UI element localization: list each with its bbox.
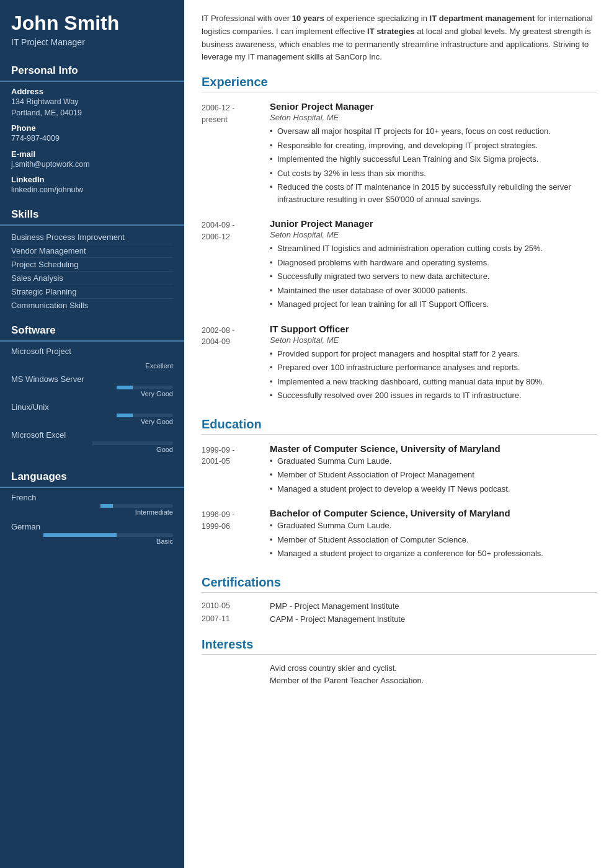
software-content: Microsoft Project Excellent MS Windows S… xyxy=(0,347,184,453)
address-value: 134 Rightward WayPortland, ME, 04019 xyxy=(11,97,173,118)
email-value: j.smith@uptowork.com xyxy=(11,159,173,170)
software-name: MS Windows Server xyxy=(11,374,173,384)
linkedin-label: LinkedIn xyxy=(11,175,173,184)
bar-label: Very Good xyxy=(11,390,173,397)
lang-bar xyxy=(11,533,173,537)
job-title: IT Support Officer xyxy=(270,324,597,334)
bar-label: Excellent xyxy=(11,362,173,370)
address-field: Address 134 Rightward WayPortland, ME, 0… xyxy=(11,87,173,118)
candidate-title: IT Project Manager xyxy=(11,37,173,47)
education-entry: 1996-09 -1999-06 Bachelor of Computer Sc… xyxy=(202,508,597,562)
phone-label: Phone xyxy=(11,123,173,133)
interest-item: Avid cross country skier and cyclist. xyxy=(202,663,597,673)
education-heading: Education xyxy=(202,417,597,435)
experience-entry: 2004-09 -2006-12 Junior Project Manager … xyxy=(202,218,597,312)
cert-date: 2007-11 xyxy=(202,614,270,624)
interests-section: Interests Avid cross country skier and c… xyxy=(202,637,597,685)
entry-content: Bachelor of Computer Science, University… xyxy=(270,508,597,562)
software-microsoft-project: Microsoft Project Excellent xyxy=(11,347,173,370)
bullet-item: Successfully resolved over 200 issues in… xyxy=(270,389,597,402)
software-section: Software Microsoft Project Excellent MS … xyxy=(0,318,184,464)
lang-name: French xyxy=(11,493,173,502)
phone-value: 774-987-4009 xyxy=(11,133,173,144)
skills-section: Skills Business Process Improvement Vend… xyxy=(0,202,184,318)
bullet-item: Graduated Summa Cum Laude. xyxy=(270,455,597,467)
software-name: Microsoft Excel xyxy=(11,430,173,440)
entry-bullets: Graduated Summa Cum Laude. Member of Stu… xyxy=(270,520,597,560)
education-entry: 1999-09 -2001-05 Master of Computer Scie… xyxy=(202,443,597,497)
bullet-item: Diagnosed problems with hardware and ope… xyxy=(270,257,597,269)
degree-title: Bachelor of Computer Science, University… xyxy=(270,508,597,518)
linkedin-value: linkedin.com/johnutw xyxy=(11,185,173,196)
bullet-item: Graduated Summa Cum Laude. xyxy=(270,520,597,532)
cert-entry: 2007-11 CAPM - Project Management Instit… xyxy=(202,614,597,624)
entry-company: Seton Hospital, ME xyxy=(270,335,597,345)
lang-level: Basic xyxy=(11,538,173,545)
email-label: E-mail xyxy=(11,149,173,159)
bar-label: Very Good xyxy=(11,418,173,425)
address-label: Address xyxy=(11,87,173,96)
languages-content: French Intermediate German Basic xyxy=(0,493,184,545)
bullet-item: Implemented a new tracking dashboard, cu… xyxy=(270,376,597,388)
software-linux-unix: Linux/Unix Very Good xyxy=(11,402,173,425)
skills-content: Business Process Improvement Vendor Mana… xyxy=(0,231,184,312)
entry-date: 2002-08 -2004-09 xyxy=(202,324,270,404)
degree-title: Master of Computer Science, University o… xyxy=(270,443,597,454)
bullet-item: Managed a student project to develop a w… xyxy=(270,483,597,495)
skill-bar xyxy=(11,441,173,445)
bullet-item: Successfully migrated two servers to new… xyxy=(270,270,597,283)
bullet-item: Managed a student project to organize a … xyxy=(270,547,597,560)
bullet-item: Responsible for creating, improving, and… xyxy=(270,140,597,152)
sidebar-header: John Smith IT Project Manager xyxy=(0,0,184,58)
skill-item: Vendor Management xyxy=(11,244,173,258)
language-french: French Intermediate xyxy=(11,493,173,516)
language-german: German Basic xyxy=(11,522,173,545)
skill-bar xyxy=(11,386,173,389)
bullet-item: Reduced the costs of IT maintenance in 2… xyxy=(270,181,597,205)
languages-section: Languages French Intermediate German xyxy=(0,464,184,557)
personal-info-content: Address 134 Rightward WayPortland, ME, 0… xyxy=(0,87,184,196)
entry-date: 2004-09 -2006-12 xyxy=(202,218,270,312)
entry-date: 1999-09 -2001-05 xyxy=(202,443,270,497)
skill-item: Communication Skills xyxy=(11,299,173,312)
main-content: IT Professional with over 10 years of ex… xyxy=(184,0,614,868)
software-name: Microsoft Project xyxy=(11,347,173,356)
skill-bar xyxy=(11,358,173,361)
experience-section: Experience 2006-12 -present Senior Proje… xyxy=(202,75,597,404)
entry-bullets: Provided support for project managers an… xyxy=(270,348,597,402)
bullet-item: Provided support for project managers an… xyxy=(270,348,597,360)
cert-date: 2010-05 xyxy=(202,601,270,611)
entry-date: 2006-12 -present xyxy=(202,101,270,207)
personal-info-heading: Personal Info xyxy=(0,58,184,82)
entry-content: Master of Computer Science, University o… xyxy=(270,443,597,497)
bullet-item: Prepared over 100 infrastructure perform… xyxy=(270,361,597,374)
lang-level: Intermediate xyxy=(11,508,173,516)
entry-date: 1996-09 -1999-06 xyxy=(202,508,270,562)
software-microsoft-excel: Microsoft Excel Good xyxy=(11,430,173,453)
bullet-item: Cut costs by 32% in less than six months… xyxy=(270,167,597,180)
cert-entry: 2010-05 PMP - Project Management Institu… xyxy=(202,601,597,611)
skills-heading: Skills xyxy=(0,202,184,226)
software-ms-windows: MS Windows Server Very Good xyxy=(11,374,173,397)
skill-item: Strategic Planning xyxy=(11,285,173,299)
linkedin-field: LinkedIn linkedin.com/johnutw xyxy=(11,175,173,196)
bar-filled xyxy=(11,358,173,361)
entry-company: Seton Hospital, ME xyxy=(270,230,597,239)
experience-entry: 2006-12 -present Senior Project Manager … xyxy=(202,101,597,207)
experience-entry: 2002-08 -2004-09 IT Support Officer Seto… xyxy=(202,324,597,404)
job-title: Senior Project Manager xyxy=(270,101,597,112)
bullet-item: Member of Student Association of Project… xyxy=(270,469,597,481)
bullet-item: Managed project for lean training for al… xyxy=(270,298,597,311)
skill-item: Business Process Improvement xyxy=(11,231,173,244)
certifications-section: Certifications 2010-05 PMP - Project Man… xyxy=(202,575,597,624)
bullet-item: Implemented the highly successful Lean T… xyxy=(270,153,597,166)
bullet-item: Streamlined IT logistics and administrat… xyxy=(270,242,597,255)
bullet-item: Maintained the user database of over 300… xyxy=(270,285,597,297)
candidate-name: John Smith xyxy=(11,12,173,34)
skill-bar xyxy=(11,414,173,417)
lang-name: German xyxy=(11,522,173,531)
lang-bar xyxy=(11,504,173,508)
summary-text: IT Professional with over 10 years of ex… xyxy=(202,12,597,64)
entry-content: IT Support Officer Seton Hospital, ME Pr… xyxy=(270,324,597,404)
bar-filled xyxy=(11,441,92,445)
